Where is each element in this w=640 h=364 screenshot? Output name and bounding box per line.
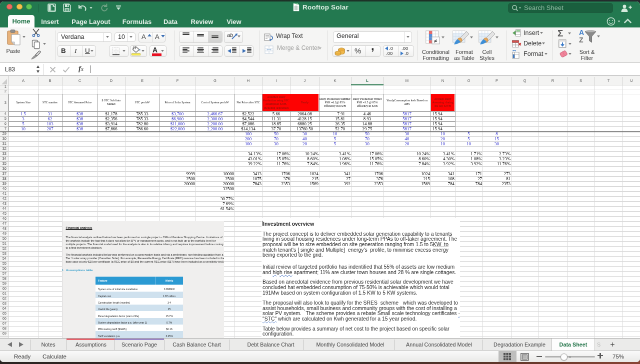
svg-text:≠: ≠ [434,37,438,44]
